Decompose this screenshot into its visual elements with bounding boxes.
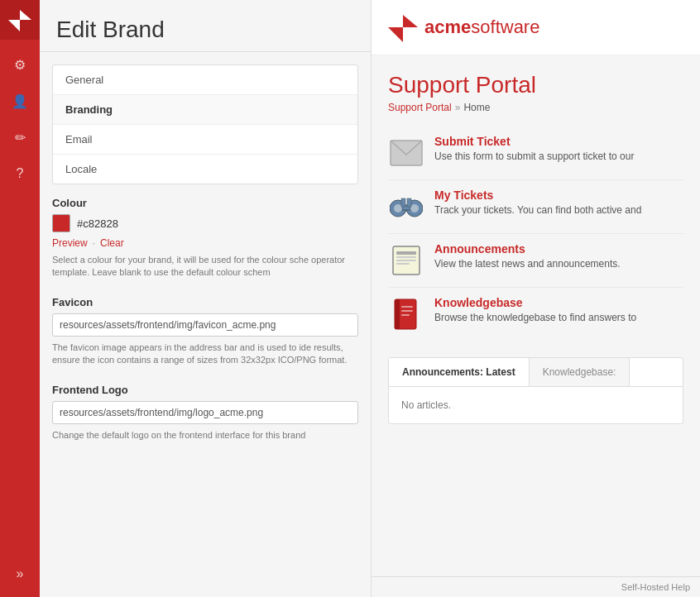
- nav-tabs: General Branding Email Locale: [52, 64, 358, 184]
- user-icon[interactable]: 👤: [3, 84, 36, 117]
- favicon-section: Favicon The favicon image appears in the…: [52, 296, 358, 367]
- knowledgebase-desc: Browse the knowledgebase to find answers…: [434, 311, 683, 325]
- portal-item-knowledgebase: Knowledgebase Browse the knowledgebase t…: [388, 288, 683, 341]
- favicon-help: The favicon image appears in the address…: [52, 341, 358, 367]
- svg-marker-1: [8, 20, 20, 31]
- portal-tab-header: Announcements: Latest Knowledgebase:: [389, 358, 683, 387]
- colour-preview-row: #c82828: [52, 214, 358, 232]
- page-header: Edit Brand: [40, 0, 371, 52]
- main-right-panel: acmesoftware Support Portal Support Port…: [371, 0, 700, 597]
- submit-ticket-desc: Use this form to submit a support ticket…: [434, 150, 683, 164]
- submit-ticket-content: Submit Ticket Use this form to submit a …: [434, 135, 683, 164]
- preview-link[interactable]: Preview: [52, 237, 88, 249]
- svg-point-9: [410, 204, 419, 213]
- colour-value: #c82828: [77, 217, 118, 230]
- svg-rect-18: [395, 299, 400, 329]
- bottom-bar-text: Self-Hosted Help: [621, 582, 690, 592]
- svg-rect-10: [401, 198, 405, 207]
- portal-header: acmesoftware: [372, 0, 700, 55]
- my-tickets-content: My Tickets Track your tickets. You can f…: [434, 189, 683, 217]
- colour-help: Select a colour for your brand, it will …: [52, 254, 358, 279]
- portal-body: Support Portal Support Portal » Home Sub…: [372, 55, 700, 576]
- bottom-bar: Self-Hosted Help: [372, 576, 700, 597]
- binoculars-icon: [388, 189, 424, 225]
- svg-point-8: [394, 204, 402, 213]
- colour-label: Colour: [52, 197, 358, 209]
- envelope-icon: [388, 135, 424, 171]
- colour-swatch[interactable]: [52, 214, 70, 232]
- svg-rect-16: [396, 263, 410, 265]
- favicon-input[interactable]: [52, 313, 358, 337]
- page-title: Edit Brand: [56, 17, 354, 43]
- tag-icon[interactable]: ✏: [3, 121, 36, 154]
- portal-items: Submit Ticket Use this form to submit a …: [388, 127, 683, 341]
- portal-tab-content: No articles.: [389, 387, 683, 423]
- svg-marker-3: [388, 27, 403, 42]
- colour-actions: Preview · Clear: [52, 237, 358, 249]
- no-articles-text: No articles.: [401, 399, 451, 411]
- my-tickets-title[interactable]: My Tickets: [434, 189, 683, 202]
- sidebar-logo: [0, 0, 40, 40]
- frontend-logo-section: Frontend Logo Change the default logo on…: [52, 384, 358, 442]
- tab-branding[interactable]: Branding: [53, 95, 357, 125]
- tab-locale[interactable]: Locale: [53, 155, 357, 184]
- clear-link[interactable]: Clear: [100, 237, 124, 249]
- svg-rect-19: [401, 306, 413, 308]
- breadcrumb-sep: »: [455, 102, 461, 113]
- svg-marker-2: [403, 15, 418, 27]
- svg-rect-21: [401, 314, 410, 316]
- frontend-logo-input[interactable]: [52, 401, 358, 424]
- portal-title: Support Portal: [388, 72, 683, 98]
- svg-rect-20: [401, 310, 413, 312]
- breadcrumb: Support Portal » Home: [388, 102, 683, 113]
- announcements-content: Announcements View the latest news and a…: [434, 242, 683, 271]
- svg-rect-13: [396, 251, 416, 255]
- book-icon: [388, 296, 424, 332]
- portal-item-announcements: Announcements View the latest news and a…: [388, 234, 683, 288]
- knowledgebase-title[interactable]: Knowledgebase: [434, 296, 683, 309]
- tab-general[interactable]: General: [53, 65, 357, 95]
- portal-tabs: Announcements: Latest Knowledgebase: No …: [388, 357, 683, 424]
- tab-announcements-latest[interactable]: Announcements: Latest: [389, 358, 530, 386]
- svg-rect-15: [396, 260, 416, 261]
- form-area: Colour #c82828 Preview · Clear Select a …: [40, 184, 371, 470]
- main-left-panel: Edit Brand General Branding Email Locale…: [40, 0, 371, 597]
- frontend-logo-label: Frontend Logo: [52, 384, 358, 396]
- portal-logo-text: acmesoftware: [424, 17, 539, 38]
- knowledgebase-content: Knowledgebase Browse the knowledgebase t…: [434, 296, 683, 325]
- colour-sep: ·: [93, 237, 95, 249]
- svg-rect-11: [407, 198, 411, 207]
- portal-item-submit-ticket: Submit Ticket Use this form to submit a …: [388, 127, 683, 180]
- question-icon[interactable]: ?: [3, 157, 36, 190]
- portal-logo-icon: [388, 12, 418, 42]
- frontend-logo-help: Change the default logo on the frontend …: [52, 429, 358, 442]
- gear-icon[interactable]: ⚙: [3, 48, 36, 81]
- portal-logo-brand: acme: [424, 17, 471, 37]
- announcements-desc: View the latest news and announcements.: [434, 257, 683, 271]
- expand-icon[interactable]: »: [3, 557, 36, 590]
- svg-rect-14: [396, 256, 416, 258]
- announcements-title[interactable]: Announcements: [434, 242, 683, 256]
- tab-knowledgebase[interactable]: Knowledgebase:: [530, 358, 630, 386]
- portal-logo-software: software: [471, 17, 539, 37]
- newspaper-icon: [388, 242, 424, 279]
- svg-marker-0: [20, 10, 31, 20]
- colour-section: Colour #c82828 Preview · Clear Select a …: [52, 197, 358, 279]
- breadcrumb-link[interactable]: Support Portal: [388, 102, 452, 113]
- my-tickets-desc: Track your tickets. You can find both ac…: [434, 203, 683, 217]
- portal-item-my-tickets: My Tickets Track your tickets. You can f…: [388, 180, 683, 234]
- breadcrumb-current: Home: [463, 102, 490, 113]
- favicon-label: Favicon: [52, 296, 358, 308]
- tab-email[interactable]: Email: [53, 125, 357, 155]
- submit-ticket-title[interactable]: Submit Ticket: [434, 135, 683, 148]
- sidebar: ⚙ 👤 ✏ ? »: [0, 0, 40, 597]
